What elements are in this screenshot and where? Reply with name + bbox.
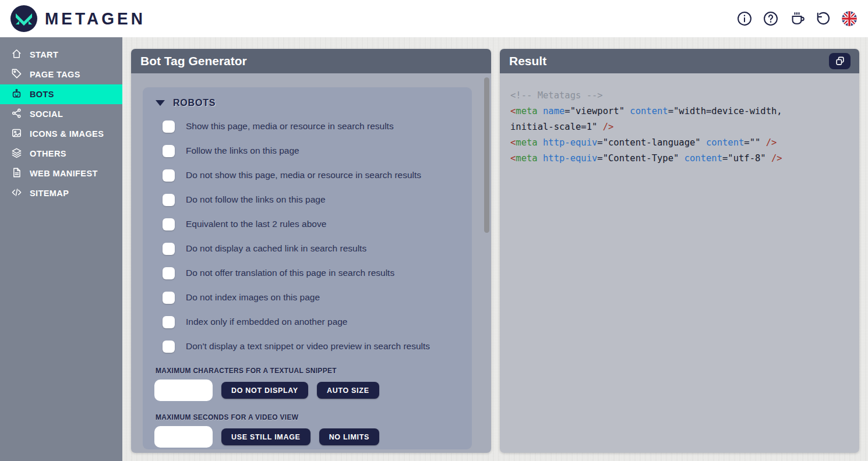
sidebar-item-label: SITEMAP [30, 189, 69, 198]
code-icon [11, 187, 22, 200]
sidebar-item-label: SOCIAL [30, 109, 63, 119]
copy-code-button[interactable] [829, 53, 851, 69]
home-icon [11, 48, 22, 61]
generator-scrollbar-thumb[interactable] [484, 77, 489, 233]
option-checkbox[interactable] [163, 316, 175, 328]
sidebar-item-web-manifest[interactable]: WEB MANIFEST [0, 164, 122, 183]
robots-option-row: Index only if embedded on another page [154, 310, 460, 334]
option-checkbox[interactable] [163, 218, 175, 230]
use-still-image-button[interactable]: USE STILL IMAGE [221, 428, 310, 445]
option-label: Do not follow the links on this page [186, 194, 326, 205]
result-panel-body: <!-- Metatags --><meta name="viewport" c… [500, 73, 859, 453]
robots-option-row: Do not offer translation of this page in… [154, 261, 460, 285]
generator-panel-body: ROBOTS Show this page, media or resource… [131, 73, 491, 453]
sidebar-item-icons-images[interactable]: ICONS & IMAGES [0, 124, 122, 144]
generated-meta-code: <!-- Metatags --><meta name="viewport" c… [510, 88, 849, 166]
auto-size-button[interactable]: AUTO SIZE [317, 382, 379, 399]
info-icon[interactable] [736, 10, 753, 27]
option-checkbox[interactable] [163, 243, 175, 255]
robots-section-title: ROBOTS [173, 98, 216, 108]
logo-badge [10, 5, 37, 32]
code-line: <meta http-equiv="content-language" cont… [510, 135, 849, 151]
image-icon [11, 127, 22, 140]
sidebar-nav: START PAGE TAGS BOTS SOCIAL ICONS & IMAG… [0, 37, 122, 461]
option-checkbox[interactable] [163, 145, 175, 157]
code-line: <!-- Metatags --> [510, 88, 849, 104]
sidebar-item-label: WEB MANIFEST [30, 169, 98, 178]
limit-field-label: MAXIMUM SECONDS FOR A VIDEO VIEW [156, 413, 460, 421]
robots-option-row: Show this page, media or resource in sea… [154, 114, 460, 139]
sidebar-item-label: OTHERS [30, 149, 66, 158]
do-not-display-button[interactable]: DO NOT DISPLAY [221, 382, 308, 399]
option-checkbox[interactable] [163, 341, 175, 353]
no-limits-button[interactable]: NO LIMITS [319, 428, 380, 445]
option-label: Do not offer translation of this page in… [186, 268, 394, 278]
share-icon [11, 108, 22, 120]
option-label: Do not show this page, media or resource… [186, 170, 421, 180]
sidebar-item-others[interactable]: OTHERS [0, 144, 122, 164]
robots-option-row: Do not display a cached link in search r… [154, 236, 460, 261]
bot-tag-generator-panel: Bot Tag Generator ROBOTS Show this page,… [131, 49, 491, 453]
app-logo: METAGEN [10, 5, 146, 32]
copy-icon [834, 55, 846, 67]
option-label: Don't display a text snippet or video pr… [186, 341, 430, 352]
top-bar: METAGEN [0, 0, 868, 37]
tag-icon [11, 68, 22, 81]
layers-icon [11, 147, 22, 160]
generator-panel-header: Bot Tag Generator [131, 49, 491, 73]
option-label: Follow the links on this page [186, 146, 299, 156]
robots-option-row: Follow the links on this page [154, 139, 460, 163]
sidebar-item-label: ICONS & IMAGES [30, 129, 104, 139]
sidebar-item-sitemap[interactable]: SITEMAP [0, 183, 122, 203]
option-label: Do not index images on this page [186, 292, 320, 303]
code-line: initial-scale=1" /> [510, 119, 849, 135]
robots-checkbox-list: Show this page, media or resource in sea… [154, 114, 460, 359]
limit-field-group: MAXIMUM SECONDS FOR A VIDEO VIEW USE STI… [154, 413, 460, 448]
result-panel: Result <!-- Metatags --><meta name="view… [500, 49, 859, 453]
robots-option-row: Do not follow the links on this page [154, 187, 460, 212]
robots-section-toggle[interactable]: ROBOTS [156, 98, 460, 108]
robots-section-card: ROBOTS Show this page, media or resource… [143, 87, 472, 449]
result-panel-title: Result [509, 54, 546, 68]
sidebar-item-page-tags[interactable]: PAGE TAGS [0, 65, 122, 84]
sidebar-item-start[interactable]: START [0, 45, 122, 65]
sidebar-item-label: PAGE TAGS [30, 70, 80, 79]
limit-value-input[interactable] [154, 426, 213, 448]
option-checkbox[interactable] [163, 169, 175, 182]
robots-option-row: Do not index images on this page [154, 285, 460, 310]
option-label: Equivalent to the last 2 rules above [186, 219, 326, 229]
robots-option-row: Don't display a text snippet or video pr… [154, 334, 460, 359]
option-checkbox[interactable] [163, 292, 175, 304]
option-checkbox[interactable] [163, 120, 175, 133]
sidebar-item-label: BOTS [30, 90, 54, 99]
reset-icon[interactable] [815, 10, 831, 27]
file-icon [11, 167, 22, 180]
sidebar-item-label: START [30, 50, 58, 59]
robots-field-groups: MAXIMUM CHARACTERS FOR A TEXTUAL SNIPPET… [154, 367, 460, 449]
robots-option-row: Do not show this page, media or resource… [154, 163, 460, 187]
limit-field-group: MAXIMUM CHARACTERS FOR A TEXTUAL SNIPPET… [154, 367, 460, 401]
result-panel-header: Result [500, 49, 859, 73]
robots-option-row: Equivalent to the last 2 rules above [154, 212, 460, 236]
logo-text: METAGEN [45, 9, 146, 29]
code-line: <meta http-equiv="Content-Type" content=… [510, 151, 849, 166]
option-checkbox[interactable] [163, 194, 175, 206]
logo-m-icon [10, 5, 37, 32]
language-uk-flag-icon[interactable] [841, 10, 858, 27]
limit-field-label: MAXIMUM CHARACTERS FOR A TEXTUAL SNIPPET [156, 367, 460, 375]
chevron-down-icon [156, 100, 165, 106]
topbar-icons [736, 10, 858, 27]
option-label: Index only if embedded on another page [186, 317, 348, 327]
generator-panel-title: Bot Tag Generator [140, 54, 247, 68]
code-line: <meta name="viewport" content="width=dev… [510, 104, 849, 119]
sidebar-item-bots[interactable]: BOTS [0, 84, 122, 104]
coffee-icon[interactable] [789, 10, 805, 27]
option-checkbox[interactable] [163, 267, 175, 279]
option-label: Show this page, media or resource in sea… [186, 121, 394, 132]
help-icon[interactable] [763, 10, 779, 27]
sidebar-item-social[interactable]: SOCIAL [0, 104, 122, 124]
robot-icon [11, 88, 22, 101]
limit-value-input[interactable] [154, 380, 213, 401]
option-label: Do not display a cached link in search r… [186, 243, 366, 254]
